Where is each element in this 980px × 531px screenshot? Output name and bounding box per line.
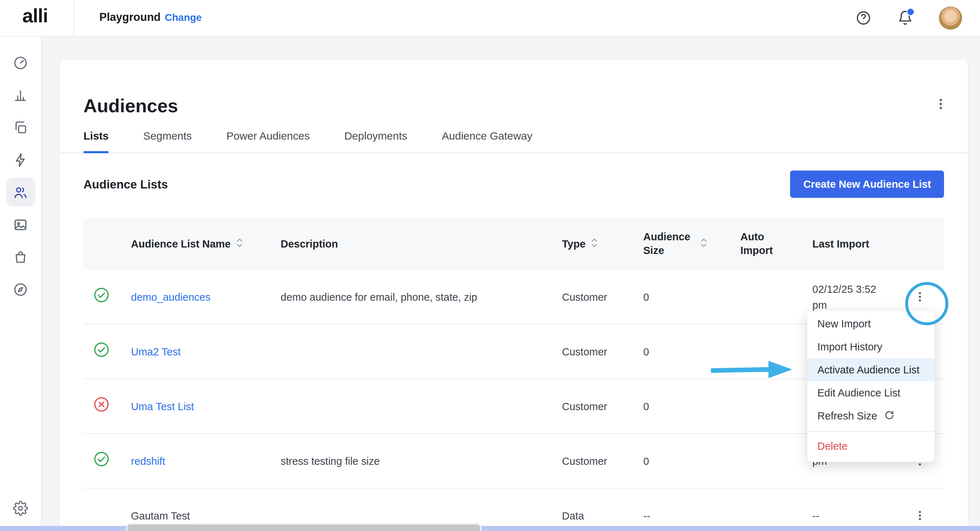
create-new-audience-list-button[interactable]: Create New Audience List	[791, 170, 944, 198]
audience-list-link[interactable]: Uma2 Test	[131, 346, 181, 357]
name-cell: demo_audiences	[131, 289, 281, 305]
audience-size-cell: --	[643, 508, 740, 523]
topbar-divider	[73, 0, 74, 36]
sidebar	[0, 37, 42, 531]
audience-size-cell: 0	[643, 453, 740, 469]
sort-icon[interactable]	[591, 237, 598, 250]
audience-list-link[interactable]: demo_audiences	[131, 291, 210, 302]
description-cell: demo audience for email, phone, state, z…	[281, 289, 562, 305]
type-cell: Customer	[562, 289, 643, 305]
gear-icon	[13, 501, 28, 515]
audience-size-cell: 0	[643, 289, 740, 305]
shopping-bag-icon	[13, 249, 28, 264]
audience-size-cell: 0	[643, 398, 740, 414]
menu-item-new-import[interactable]: New Import	[807, 312, 935, 335]
audience-list-link[interactable]: redshift	[131, 455, 165, 467]
status-cell	[83, 342, 131, 362]
status-success-icon	[94, 342, 109, 362]
sidebar-item-settings[interactable]	[6, 494, 35, 522]
people-icon	[13, 184, 28, 200]
last-import-column-header: Last Import	[812, 237, 896, 251]
last-import-cell: 02/12/25 3:52 pm	[812, 281, 896, 313]
status-cell	[83, 451, 131, 471]
change-workspace-link[interactable]: Change	[165, 11, 202, 23]
sidebar-item-analytics[interactable]	[6, 81, 35, 110]
gauge-icon	[13, 55, 28, 70]
sidebar-item-discover[interactable]	[6, 275, 35, 304]
tab-segments[interactable]: Segments	[143, 129, 192, 153]
sidebar-item-commerce[interactable]	[6, 242, 35, 271]
menu-item-import-history[interactable]: Import History	[807, 335, 935, 358]
audience-size-cell: 0	[643, 343, 740, 359]
audience-list-link[interactable]: Uma Test List	[131, 401, 194, 412]
description-column-header: Description	[281, 237, 562, 251]
sidebar-item-reports[interactable]	[6, 113, 35, 142]
lightning-icon	[13, 152, 28, 167]
menu-item-delete[interactable]: Delete	[807, 435, 935, 458]
name-cell: Uma2 Test	[131, 343, 281, 359]
sort-icon[interactable]	[700, 237, 707, 250]
image-icon	[13, 217, 28, 232]
type-column-header[interactable]: Type	[562, 237, 643, 251]
type-cell: Customer	[562, 453, 643, 469]
name-cell: redshift	[131, 453, 281, 469]
actions-cell	[896, 507, 944, 524]
name-column-header[interactable]: Audience List Name	[131, 237, 281, 251]
status-error-icon	[94, 396, 109, 416]
sidebar-item-audiences[interactable]	[6, 178, 35, 207]
notifications-bell-icon[interactable]	[897, 10, 913, 26]
topbar: alli Playground Change	[0, 0, 980, 37]
alli-logo[interactable]: alli	[22, 5, 48, 27]
name-cell: Gautam Test	[131, 508, 281, 523]
page-title: Audiences	[83, 93, 944, 119]
tab-lists[interactable]: Lists	[83, 129, 109, 153]
status-cell	[83, 287, 131, 307]
type-cell: Customer	[562, 343, 643, 359]
section-title: Audience Lists	[83, 177, 168, 191]
notification-dot	[907, 8, 915, 16]
topbar-actions	[856, 0, 962, 36]
tab-power-audiences[interactable]: Power Audiences	[226, 129, 310, 153]
row-kebab-menu-icon[interactable]	[911, 507, 929, 524]
menu-item-activate-audience-list[interactable]: Activate Audience List	[807, 358, 935, 382]
refresh-icon	[884, 410, 894, 422]
description-cell: stress testing file size	[281, 453, 562, 469]
tab-deployments[interactable]: Deployments	[344, 129, 407, 153]
help-icon[interactable]	[856, 10, 871, 26]
horizontal-scrollbar-thumb[interactable]	[126, 523, 481, 531]
status-success-icon	[94, 287, 109, 307]
auto-import-column-header: Auto Import	[740, 230, 812, 258]
menu-item-refresh-size[interactable]: Refresh Size	[807, 404, 935, 428]
row-context-menu: New Import Import History Activate Audie…	[807, 311, 935, 462]
menu-divider	[807, 431, 935, 432]
compass-icon	[13, 282, 28, 297]
user-avatar[interactable]	[939, 6, 962, 30]
menu-item-edit-audience-list[interactable]: Edit Audience List	[807, 382, 935, 404]
row-kebab-menu-icon[interactable]	[911, 288, 929, 305]
sidebar-item-dashboard[interactable]	[6, 48, 35, 77]
bar-chart-icon	[13, 87, 28, 103]
workspace-name: Playground	[99, 11, 161, 24]
page-kebab-menu-icon[interactable]	[934, 97, 948, 114]
type-cell: Customer	[562, 398, 643, 414]
audience-size-column-header[interactable]: Audience Size	[643, 230, 740, 258]
tab-bar: Lists Segments Power Audiences Deploymen…	[60, 129, 968, 153]
sort-icon[interactable]	[235, 237, 243, 250]
sidebar-item-automation[interactable]	[6, 145, 35, 174]
app-window: alli Playground Change	[0, 0, 980, 531]
table-header-row: Audience List Name Description Type	[83, 218, 944, 270]
copy-pages-icon	[13, 120, 28, 135]
actions-cell	[896, 288, 944, 305]
sidebar-item-creative[interactable]	[6, 210, 35, 239]
status-cell	[83, 396, 131, 416]
last-import-cell: --	[812, 508, 896, 523]
name-cell: Uma Test List	[131, 398, 281, 414]
status-success-icon	[94, 451, 109, 471]
tab-audience-gateway[interactable]: Audience Gateway	[442, 129, 533, 153]
type-cell: Data	[562, 508, 643, 523]
